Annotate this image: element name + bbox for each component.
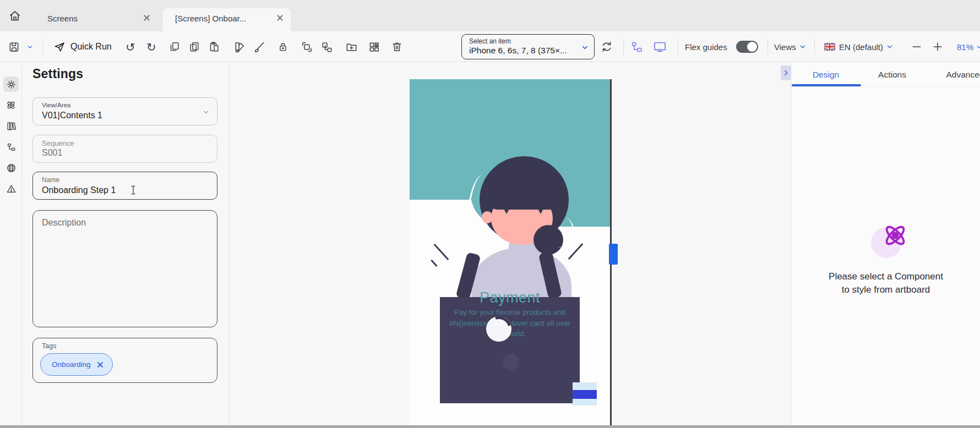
copy-icon (168, 41, 181, 53)
inspector-collapse-button[interactable] (781, 65, 791, 80)
save-button[interactable] (8, 31, 20, 62)
styles-button[interactable] (233, 31, 246, 62)
delete-button[interactable] (391, 31, 403, 62)
atom-icon (880, 221, 910, 250)
design-canvas[interactable]: Payment Pay for your favorite products a… (230, 62, 791, 425)
save-icon (8, 41, 20, 53)
lock-button[interactable] (277, 31, 289, 62)
description-textarea[interactable] (33, 211, 217, 327)
tab-screens-onboarding-close-button[interactable] (275, 13, 284, 22)
toolbar-divider (814, 39, 815, 54)
flex-guides-toggle[interactable] (736, 31, 758, 62)
monitor-icon (652, 40, 667, 54)
inspector-empty-state: Please select a Component to style from … (791, 216, 980, 296)
tags-field[interactable]: Tags Onboarding (32, 338, 217, 383)
chevron-down-icon (202, 108, 210, 116)
copy-button[interactable] (168, 31, 181, 62)
lock-icon (277, 41, 289, 53)
library-books-icon (6, 121, 17, 131)
zoom-level-dropdown[interactable]: 81% (957, 31, 980, 62)
views-dropdown[interactable]: Views (774, 31, 807, 62)
toolbar-divider (623, 39, 624, 54)
quick-run-label: Quick Run (70, 42, 112, 52)
views-label: Views (774, 42, 796, 52)
rail-components-button[interactable] (3, 97, 19, 113)
rail-warnings-button[interactable] (3, 181, 19, 196)
name-field[interactable]: Name Onboarding Step 1 (32, 172, 217, 200)
rail-globe-button[interactable] (3, 160, 19, 175)
sync-button[interactable] (600, 31, 613, 62)
tab-screens-onboarding[interactable]: [Screens] Onboar... (163, 8, 291, 31)
settings-panel: Settings View/Area V01|Contents 1 Sequen… (22, 62, 230, 425)
paste-button[interactable] (208, 31, 220, 62)
person-neck (513, 237, 532, 253)
redo-icon: ↻ (146, 41, 156, 53)
flex-guides-label: Flex guides (685, 31, 727, 62)
active-tab-underline (792, 84, 861, 86)
undo-button[interactable]: ↺ (126, 31, 135, 62)
folder-plus-icon (345, 41, 358, 53)
selection-resize-handle[interactable] (609, 244, 618, 265)
zoom-out-button[interactable] (911, 31, 922, 62)
chevron-right-icon (782, 69, 790, 76)
group-icon (301, 41, 313, 53)
inspector-panel: Design Actions Advanced Please select a … (791, 62, 980, 425)
tab-screens-onboarding-label: [Screens] Onboar... (175, 14, 246, 23)
name-value: Onboarding Step 1 (42, 185, 116, 195)
select-item-dropdown[interactable]: Select an item iPhone 6, 6s, 7, 8 (375×.… (461, 34, 595, 59)
layout-grid-icon (368, 41, 380, 53)
sequence-field[interactable]: Sequence S001 (32, 135, 217, 163)
undo-icon: ↺ (126, 41, 135, 53)
chevron-down-icon (26, 43, 34, 51)
preview-device-button[interactable] (652, 31, 667, 62)
hierarchy-view-button[interactable] (630, 31, 644, 62)
view-area-field[interactable]: View/Area V01|Contents 1 (32, 97, 217, 125)
striped-accent-shape[interactable] (573, 382, 597, 405)
tag-chip-onboarding[interactable]: Onboarding (40, 353, 113, 376)
quick-run-button[interactable]: Quick Run (53, 31, 112, 62)
home-button[interactable] (7, 8, 23, 24)
language-dropdown[interactable]: EN (default) (824, 31, 894, 62)
toggle-on[interactable] (736, 41, 758, 53)
artboard-iphone[interactable]: Payment Pay for your favorite products a… (410, 79, 610, 425)
warning-icon (6, 184, 17, 194)
rail-library-button[interactable] (3, 118, 19, 134)
tag-chip-label: Onboarding (52, 360, 91, 369)
plus-icon (932, 41, 943, 52)
tab-actions[interactable]: Actions (861, 62, 924, 87)
tab-screens-label[interactable]: Screens (47, 14, 78, 23)
toolbar-divider (42, 39, 43, 54)
tab-advanced[interactable]: Advanced (924, 62, 980, 87)
toggle-knob (747, 42, 757, 52)
group-button[interactable] (301, 31, 313, 62)
paste-icon (208, 41, 220, 53)
layout-grid-button[interactable] (368, 31, 380, 62)
tab-screens-close-button[interactable] (142, 13, 151, 22)
settings-title: Settings (32, 67, 83, 81)
panel-dot-shape (503, 354, 519, 370)
rail-settings-button[interactable] (3, 76, 19, 92)
person-hair-bun (533, 225, 563, 255)
redo-button[interactable]: ↻ (146, 31, 156, 62)
chevron-down-icon (581, 43, 589, 52)
quick-run-icon (53, 41, 66, 53)
sequence-label: Sequence (42, 139, 74, 147)
decor-line-left-small (431, 260, 437, 267)
zoom-level-value: 81% (957, 42, 973, 52)
tab-design[interactable]: Design (791, 62, 861, 87)
name-label: Name (42, 176, 59, 184)
brush-icon (253, 41, 266, 53)
loading-spinner (486, 316, 511, 342)
paint-button[interactable] (253, 31, 266, 62)
rail-hierarchy-button[interactable] (3, 139, 19, 155)
ungroup-button[interactable] (320, 31, 333, 62)
description-field[interactable] (32, 210, 217, 327)
teal-header-shape-curve (471, 165, 610, 227)
duplicate-button[interactable] (188, 31, 200, 62)
new-folder-button[interactable] (345, 31, 358, 62)
payment-title[interactable]: Payment (440, 289, 580, 306)
inspector-tabs: Design Actions Advanced (791, 62, 980, 87)
zoom-in-button[interactable] (932, 31, 943, 62)
save-options-button[interactable] (26, 31, 34, 62)
remove-tag-icon[interactable] (97, 361, 104, 368)
